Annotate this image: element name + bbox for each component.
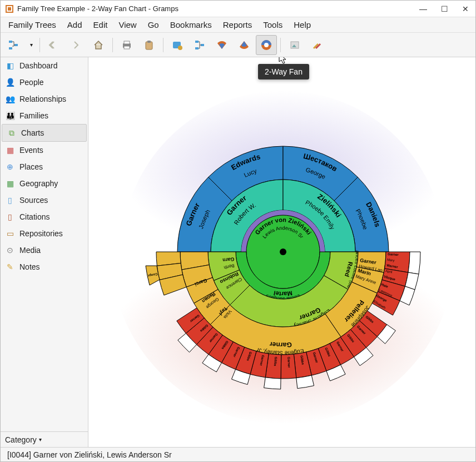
menu-help[interactable]: Help	[289, 18, 315, 31]
svg-rect-2	[9, 41, 12, 43]
svg-text:Garner: Garner	[269, 340, 292, 349]
relationships-icon: 👥	[5, 94, 15, 104]
nav-geography[interactable]: ▦Geography	[1, 175, 88, 192]
svg-text:Garner: Garner	[388, 252, 399, 256]
nav-people[interactable]: 👤People	[1, 74, 88, 91]
nav-charts[interactable]: ⧉Charts	[2, 124, 87, 142]
sidebar: ◧Dashboard 👤People 👥Relationships 👪Famil…	[1, 57, 88, 447]
menu-edit[interactable]: Edit	[89, 18, 112, 31]
nav-media[interactable]: ⊙Media	[1, 242, 88, 259]
nav-relationships[interactable]: 👥Relationships	[1, 91, 88, 107]
toolbar-descendant-fan-button[interactable]	[234, 35, 255, 55]
svg-rect-13	[195, 47, 199, 49]
menubar: Family Trees Add Edit View Go Bookmarks …	[1, 17, 475, 33]
charts-icon: ⧉	[7, 128, 17, 138]
svg-rect-3	[9, 47, 12, 49]
toolbar-clipboard-button[interactable]	[138, 35, 160, 55]
app-icon	[5, 4, 14, 13]
toolbar-tree-button[interactable]	[3, 35, 24, 55]
nav-list: ◧Dashboard 👤People 👥Relationships 👪Famil…	[1, 57, 88, 431]
toolbar-config-button[interactable]	[167, 35, 188, 55]
toolbar: ▾	[1, 33, 475, 57]
toolbar-pedigree-button[interactable]	[189, 35, 210, 55]
svg-point-16	[264, 43, 269, 47]
fan-chart-svg[interactable]: Garner Joseph Edwards Lucy Шестаков Geor…	[88, 57, 475, 446]
svg-rect-9	[147, 41, 151, 43]
menu-family-trees[interactable]: Family Trees	[4, 18, 61, 31]
app-window: Family Tree Example - 2-Way Fan Chart - …	[0, 0, 476, 462]
nav-dashboard[interactable]: ◧Dashboard	[1, 57, 88, 74]
citations-icon: ▯	[5, 212, 15, 222]
menu-reports[interactable]: Reports	[219, 18, 257, 31]
svg-point-11	[178, 46, 182, 50]
nav-notes[interactable]: ✎Notes	[1, 259, 88, 275]
nav-places[interactable]: ⊕Places	[1, 158, 88, 175]
families-icon: 👪	[5, 111, 15, 121]
svg-rect-8	[146, 42, 152, 49]
chevron-down-icon: ▾	[39, 436, 42, 443]
svg-text:Garn: Garn	[222, 256, 235, 263]
titlebar: Family Tree Example - 2-Way Fan Chart - …	[1, 1, 475, 17]
toolbar-separator	[280, 38, 281, 52]
menu-go[interactable]: Go	[143, 18, 163, 31]
nav-events[interactable]: ▦Events	[1, 142, 88, 158]
toolbar-separator	[163, 38, 163, 52]
toolbar-separator	[39, 38, 40, 52]
menu-bookmarks[interactable]: Bookmarks	[166, 18, 216, 31]
nav-sources[interactable]: ▯Sources	[1, 192, 88, 208]
menu-view[interactable]: View	[114, 18, 141, 31]
nav-repositories[interactable]: ▭Repositories	[1, 225, 88, 242]
tooltip: 2-Way Fan	[258, 64, 309, 80]
close-button[interactable]: ✕	[460, 4, 471, 13]
events-icon: ▦	[5, 145, 15, 155]
toolbar-tools-button[interactable]	[306, 35, 328, 55]
svg-text:Garner: Garner	[287, 357, 291, 369]
main-area: 2-Way Fan	[88, 57, 475, 447]
toolbar-print-button[interactable]	[116, 35, 137, 55]
menu-tools[interactable]: Tools	[259, 18, 287, 31]
toolbar-fan-button[interactable]	[211, 35, 232, 55]
nav-families[interactable]: 👪Families	[1, 107, 88, 124]
toolbar-2way-fan-button[interactable]	[256, 35, 277, 55]
svg-rect-6	[124, 41, 130, 44]
statusbar: [I0044] Garner von Zieliński, Lewis Ande…	[1, 447, 475, 461]
toolbar-image-button[interactable]	[284, 35, 305, 55]
maximize-button[interactable]: ☐	[439, 4, 450, 13]
minimize-button[interactable]: —	[418, 4, 429, 13]
places-icon: ⊕	[5, 162, 15, 172]
media-icon: ⊙	[5, 245, 15, 255]
toolbar-back-button[interactable]	[43, 35, 65, 55]
svg-rect-7	[124, 46, 130, 49]
category-selector[interactable]: Category▾	[1, 431, 88, 447]
dashboard-icon: ◧	[5, 61, 15, 71]
window-buttons: — ☐ ✕	[418, 4, 471, 13]
geography-icon: ▦	[5, 178, 15, 188]
svg-point-32	[280, 249, 286, 255]
toolbar-separator	[112, 38, 113, 52]
menu-add[interactable]: Add	[63, 18, 87, 31]
window-title: Family Tree Example - 2-Way Fan Chart - …	[17, 4, 418, 13]
svg-rect-12	[195, 41, 199, 43]
center-person[interactable]: Garner von Zieliński Lewis Anderson Sr	[246, 215, 320, 289]
toolbar-tree-dropdown[interactable]: ▾	[25, 35, 36, 55]
notes-icon: ✎	[5, 262, 15, 272]
svg-rect-17	[291, 42, 299, 48]
svg-rect-1	[8, 7, 11, 11]
status-text: [I0044] Garner von Zieliński, Lewis Ande…	[7, 450, 172, 459]
repositories-icon: ▭	[5, 228, 15, 239]
sources-icon: ▯	[5, 195, 15, 205]
toolbar-home-button[interactable]	[88, 35, 109, 55]
toolbar-forward-button[interactable]	[66, 35, 87, 55]
people-icon: 👤	[5, 77, 15, 87]
nav-citations[interactable]: ▯Citations	[1, 208, 88, 225]
fan-chart-canvas[interactable]: 2-Way Fan	[88, 57, 475, 447]
